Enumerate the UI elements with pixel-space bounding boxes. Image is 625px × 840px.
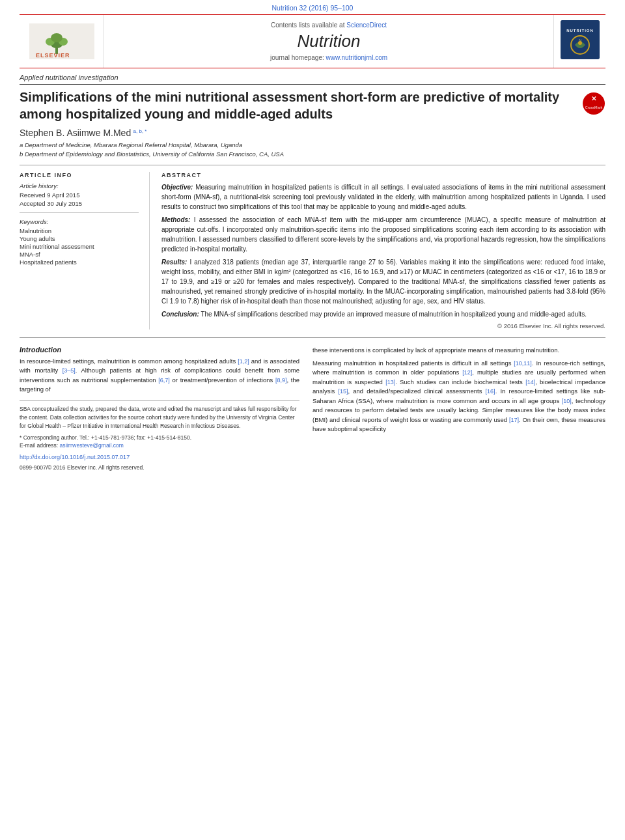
abstract-heading: Abstract [161, 172, 605, 178]
cite-6-7: [6,7] [158, 377, 170, 384]
results-text: I analyzed 318 patients (median age 37, … [161, 259, 605, 305]
sciencedirect-line: Contents lists available at ScienceDirec… [271, 21, 387, 29]
journal-homepage-link[interactable]: www.nutritionjrnl.com [326, 54, 387, 61]
journal-badge-section: NUTRITION N [553, 15, 605, 68]
main-content: Applied nutritional investigation Simpli… [20, 68, 605, 471]
cite-14: [14] [525, 379, 535, 385]
footnote-links: http://dx.doi.org/10.1016/j.nut.2015.07.… [20, 453, 299, 462]
email-link[interactable]: asiimwesteve@gmail.com [59, 442, 123, 449]
author-name: Stephen B. Asiimwe M.Med [20, 128, 131, 138]
article-info-column: Article Info Article history: Received 9… [20, 172, 150, 329]
email-label: E-mail address: [20, 442, 58, 449]
svg-point-11 [578, 41, 582, 45]
svg-point-5 [51, 33, 62, 42]
cite-8-9: [8,9] [275, 377, 287, 384]
doi-link[interactable]: http://dx.doi.org/10.1016/j.nut.2015.07.… [20, 454, 130, 460]
cite-10-11: [10,11] [514, 360, 532, 367]
footnote-area: SBA conceptualized the study, prepared t… [20, 400, 299, 471]
cite-17: [17] [509, 417, 519, 423]
svg-text:NUTRITION: NUTRITION [566, 29, 594, 33]
svg-text:CrossMark: CrossMark [585, 105, 603, 109]
abstract-methods: Methods: I assessed the association of e… [161, 215, 605, 254]
affiliation-b: b Department of Epidemiology and Biostat… [20, 150, 605, 159]
keyword-1: Malnutrition [20, 227, 139, 234]
intro-heading: Introduction [20, 346, 299, 354]
footnote-email: E-mail address: asiimwesteve@gmail.com [20, 441, 299, 450]
journal-header: ELSEVIER Contents lists available at Sci… [20, 14, 605, 68]
crossmark-badge[interactable]: ✕ CrossMark [582, 92, 605, 115]
section-divider [20, 337, 605, 338]
footnote-corresponding: * Corresponding author. Tel.: +1-415-781… [20, 434, 299, 442]
received-date: Received 9 April 2015 [20, 191, 139, 199]
cite-15: [15] [338, 388, 348, 395]
svg-text:ELSEVIER: ELSEVIER [36, 52, 70, 59]
elsevier-logo: ELSEVIER [29, 23, 94, 59]
cite-12: [12] [462, 369, 472, 376]
sciencedirect-link[interactable]: ScienceDirect [346, 21, 387, 29]
article-info-abstract-section: Article Info Article history: Received 9… [20, 165, 605, 329]
results-label: Results: [161, 259, 187, 266]
abstract-objective: Objective: Measuring malnutrition in hos… [161, 182, 605, 212]
author-line: Stephen B. Asiimwe M.Med a, b, * [20, 128, 605, 138]
intro-para1: In resource-limited settings, malnutriti… [20, 357, 299, 395]
article-title-section: Simplifications of the mini nutritional … [20, 89, 605, 122]
issn-line: 0899-9007/© 2016 Elsevier Inc. All right… [20, 464, 299, 472]
article-category: Applied nutritional investigation [20, 74, 605, 85]
nutrition-badge-svg: NUTRITION N [561, 20, 600, 59]
keyword-3: Mini nutritional assessment [20, 243, 139, 250]
history-label: Article history: [20, 182, 139, 189]
journal-homepage-line: journal homepage: www.nutritionjrnl.com [270, 54, 387, 61]
intro-para2: these interventions is complicated by la… [312, 346, 605, 355]
svg-text:✕: ✕ [591, 95, 596, 102]
body-col-right: these interventions is complicated by la… [312, 346, 605, 472]
affiliations: a Department of Medicine, Mbarara Region… [20, 141, 605, 160]
keyword-2: Young adults [20, 235, 139, 242]
abstract-conclusion: Conclusion: The MNA-sf simplifications d… [161, 309, 605, 319]
journal-header-center: Contents lists available at ScienceDirec… [104, 15, 553, 68]
journal-reference-bar: Nutrition 32 (2016) 95–100 [0, 0, 625, 14]
accepted-date: Accepted 30 July 2015 [20, 200, 139, 207]
body-col-left: Introduction In resource-limited setting… [20, 346, 299, 472]
author-superscript: a, b, * [133, 128, 147, 134]
keywords-label: Keywords: [20, 218, 139, 225]
objective-label: Objective: [161, 184, 193, 191]
cite-16: [16] [486, 388, 495, 395]
conclusion-text: The MNA-sf simplifications described may… [201, 311, 587, 318]
affiliation-a: a Department of Medicine, Mbarara Region… [20, 141, 605, 150]
methods-text: I assessed the association of each MNA-s… [161, 216, 605, 253]
nutrition-badge: NUTRITION N [561, 20, 600, 59]
keyword-5: Hospitalized patients [20, 259, 139, 266]
footnote-main-text: SBA conceptualized the study, prepared t… [20, 405, 299, 430]
elsevier-logo-section: ELSEVIER [20, 15, 104, 68]
body-content: Introduction In resource-limited setting… [20, 346, 605, 472]
copyright: © 2016 Elsevier Inc. All rights reserved… [161, 322, 605, 329]
abstract-results: Results: I analyzed 318 patients (median… [161, 257, 605, 306]
cite-13: [13] [385, 379, 395, 385]
intro-para3: Measuring malnutrition in hospitalized p… [312, 359, 605, 434]
cite-10b: [10] [562, 398, 572, 404]
info-divider [20, 212, 139, 213]
conclusion-label: Conclusion: [161, 311, 199, 318]
article-info-heading: Article Info [20, 172, 139, 178]
cite-3-5: [3–5] [62, 367, 76, 374]
journal-reference: Nutrition 32 (2016) 95–100 [272, 4, 354, 12]
objective-text: Measuring malnutrition in hospitalized p… [161, 184, 605, 210]
methods-label: Methods: [161, 216, 190, 223]
elsevier-svg-logo: ELSEVIER [29, 23, 94, 59]
page: Nutrition 32 (2016) 95–100 ELSEVIER [0, 0, 625, 471]
keyword-4: MNA-sf [20, 251, 139, 258]
cite-1-2: [1,2] [238, 358, 249, 365]
article-title: Simplifications of the mini nutritional … [20, 89, 582, 122]
journal-title: Nutrition [298, 31, 361, 51]
abstract-column: Abstract Objective: Measuring malnutriti… [150, 172, 605, 329]
